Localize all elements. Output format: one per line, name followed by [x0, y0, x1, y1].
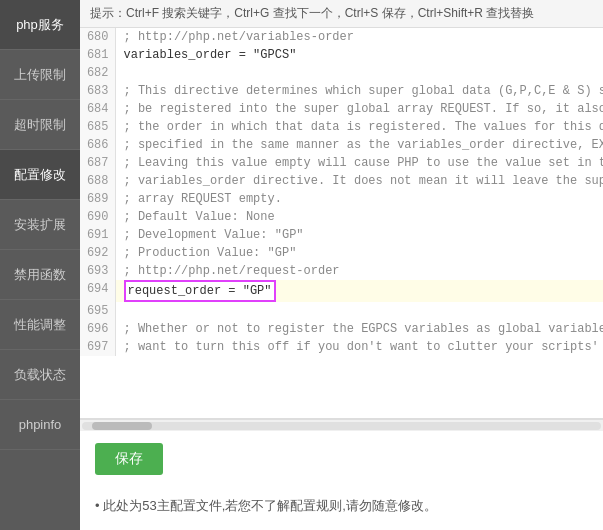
main-content: 提示：Ctrl+F 搜索关键字，Ctrl+G 查找下一个，Ctrl+S 保存，C…	[80, 0, 603, 530]
table-row: 684; be registered into the super global…	[80, 100, 603, 118]
line-content: variables_order = "GPCS"	[115, 46, 603, 64]
line-content: ; Development Value: "GP"	[115, 226, 603, 244]
code-table: 680; http://php.net/variables-order681va…	[80, 28, 603, 356]
table-row: 696; Whether or not to register the EGPC…	[80, 320, 603, 338]
hint-bar: 提示：Ctrl+F 搜索关键字，Ctrl+G 查找下一个，Ctrl+S 保存，C…	[80, 0, 603, 28]
line-content: ; This directive determines which super …	[115, 82, 603, 100]
sidebar-item-perf-tuning[interactable]: 性能调整	[0, 300, 80, 350]
line-content: ; http://php.net/variables-order	[115, 28, 603, 46]
line-number: 684	[80, 100, 115, 118]
line-number: 696	[80, 320, 115, 338]
line-content: ; Leaving this value empty will cause PH…	[115, 154, 603, 172]
save-area: 保存	[80, 431, 603, 487]
line-number: 688	[80, 172, 115, 190]
line-number: 686	[80, 136, 115, 154]
line-content: ; Whether or not to register the EGPCS v…	[115, 320, 603, 338]
line-content: ; the order in which that data is regist…	[115, 118, 603, 136]
line-content: request_order = "GP"	[115, 280, 603, 302]
line-content	[115, 64, 603, 82]
line-number: 682	[80, 64, 115, 82]
scrollbar-track	[82, 422, 601, 430]
table-row: 688; variables_order directive. It does …	[80, 172, 603, 190]
sidebar-item-config-edit[interactable]: 配置修改	[0, 150, 80, 200]
sidebar-item-php-service[interactable]: php服务	[0, 0, 80, 50]
line-number: 692	[80, 244, 115, 262]
table-row: 680; http://php.net/variables-order	[80, 28, 603, 46]
table-row: 690; Default Value: None	[80, 208, 603, 226]
line-number: 694	[80, 280, 115, 302]
line-number: 690	[80, 208, 115, 226]
highlighted-code: request_order = "GP"	[124, 280, 276, 302]
table-row: 687; Leaving this value empty will cause…	[80, 154, 603, 172]
line-content: ; variables_order directive. It does not…	[115, 172, 603, 190]
scrollbar-thumb	[92, 422, 152, 430]
note-area: 此处为53主配置文件,若您不了解配置规则,请勿随意修改。	[80, 487, 603, 530]
line-number: 697	[80, 338, 115, 356]
table-row: 686; specified in the same manner as the…	[80, 136, 603, 154]
line-number: 687	[80, 154, 115, 172]
sidebar: php服务 上传限制 超时限制 配置修改 安装扩展 禁用函数 性能调整 负载状态…	[0, 0, 80, 530]
table-row: 693; http://php.net/request-order	[80, 262, 603, 280]
hint-text: 提示：Ctrl+F 搜索关键字，Ctrl+G 查找下一个，Ctrl+S 保存，C…	[90, 6, 534, 20]
sidebar-item-upload-limit[interactable]: 上传限制	[0, 50, 80, 100]
save-button[interactable]: 保存	[95, 443, 163, 475]
sidebar-item-install-ext[interactable]: 安装扩展	[0, 200, 80, 250]
table-row: 683; This directive determines which sup…	[80, 82, 603, 100]
table-row: 681variables_order = "GPCS"	[80, 46, 603, 64]
line-number: 693	[80, 262, 115, 280]
horizontal-scrollbar[interactable]	[80, 419, 603, 431]
line-content: ; want to turn this off if you don't wan…	[115, 338, 603, 356]
table-row: 694request_order = "GP"	[80, 280, 603, 302]
code-editor[interactable]: 680; http://php.net/variables-order681va…	[80, 28, 603, 419]
table-row: 682	[80, 64, 603, 82]
note-text: 此处为53主配置文件,若您不了解配置规则,请勿随意修改。	[95, 498, 437, 513]
table-row: 695	[80, 302, 603, 320]
line-content: ; http://php.net/request-order	[115, 262, 603, 280]
table-row: 692; Production Value: "GP"	[80, 244, 603, 262]
line-number: 683	[80, 82, 115, 100]
line-number: 691	[80, 226, 115, 244]
line-number: 685	[80, 118, 115, 136]
table-row: 685; the order in which that data is reg…	[80, 118, 603, 136]
line-number: 689	[80, 190, 115, 208]
line-content: ; Production Value: "GP"	[115, 244, 603, 262]
sidebar-item-disabled-funcs[interactable]: 禁用函数	[0, 250, 80, 300]
line-number: 681	[80, 46, 115, 64]
line-content: ; Default Value: None	[115, 208, 603, 226]
table-row: 697; want to turn this off if you don't …	[80, 338, 603, 356]
table-row: 691; Development Value: "GP"	[80, 226, 603, 244]
table-row: 689; array REQUEST empty.	[80, 190, 603, 208]
line-content: ; array REQUEST empty.	[115, 190, 603, 208]
sidebar-item-timeout-limit[interactable]: 超时限制	[0, 100, 80, 150]
line-number: 695	[80, 302, 115, 320]
sidebar-item-load-status[interactable]: 负载状态	[0, 350, 80, 400]
line-content: ; be registered into the super global ar…	[115, 100, 603, 118]
sidebar-item-phpinfo[interactable]: phpinfo	[0, 400, 80, 450]
line-content	[115, 302, 603, 320]
line-number: 680	[80, 28, 115, 46]
line-content: ; specified in the same manner as the va…	[115, 136, 603, 154]
